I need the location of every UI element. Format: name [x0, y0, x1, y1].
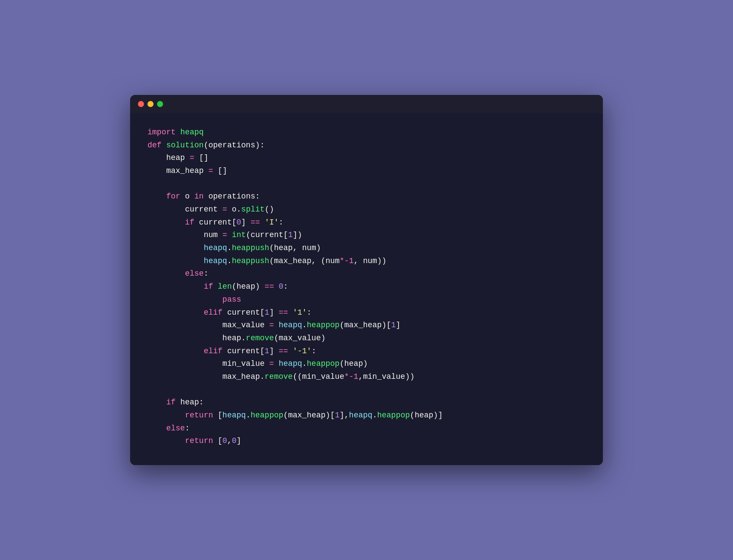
titlebar [130, 95, 603, 113]
code-block: import heapq def solution(operations): h… [147, 126, 586, 448]
code-window: import heapq def solution(operations): h… [130, 95, 603, 465]
maximize-button[interactable] [157, 101, 163, 107]
minimize-button[interactable] [147, 101, 154, 107]
close-button[interactable] [138, 101, 144, 107]
code-area: import heapq def solution(operations): h… [130, 113, 603, 465]
